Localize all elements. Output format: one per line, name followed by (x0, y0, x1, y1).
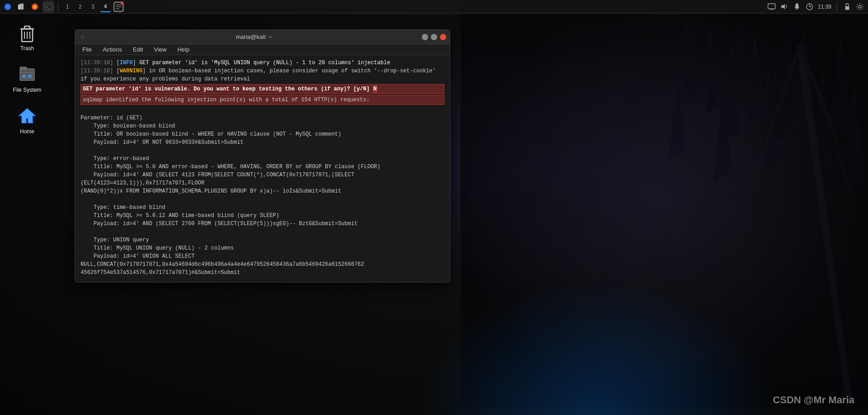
svg-point-22 (6, 5, 9, 8)
files-taskbar-icon[interactable] (15, 1, 27, 13)
terminal-title-4: Title: MySQL UNION query (NULL) - 2 colu… (81, 244, 444, 252)
menu-view[interactable]: View (152, 45, 168, 54)
svg-rect-38 (796, 8, 797, 9)
watermark: CSDN @Mr Maria (773, 394, 854, 406)
svg-rect-50 (20, 69, 34, 80)
taskbar-separator-1 (58, 2, 58, 11)
svg-rect-53 (22, 75, 26, 78)
taskbar-tab-2[interactable]: 2 (75, 1, 86, 12)
menu-file[interactable]: File (81, 45, 94, 54)
terminal-param-line: Parameter: id (GET) (81, 114, 444, 122)
terminal-title-1: Title: OR boolean-based blind – WHERE or… (81, 130, 444, 138)
terminal-titlebar: □ maria@kali: ~ (75, 30, 450, 44)
terminal-line-1: [11:39:10] [INFO] GET parameter 'id' is … (81, 59, 444, 67)
terminal-payload-1: Payload: id=4' OR NOT 9033=9033#&Submit=… (81, 138, 444, 146)
svg-point-43 (858, 5, 861, 8)
svg-rect-46 (24, 26, 30, 29)
trash-icon[interactable]: Trash (0, 18, 54, 55)
svg-rect-51 (20, 67, 27, 70)
terminal-payload-2a: Payload: id=4' AND (SELECT 4123 FROM(SEL… (81, 171, 444, 187)
svg-rect-42 (845, 6, 849, 9)
close-button[interactable] (440, 34, 446, 40)
svg-point-27 (34, 6, 36, 8)
svg-marker-37 (781, 4, 785, 9)
menu-help[interactable]: Help (176, 45, 191, 54)
taskbar-tab-3[interactable]: 3 (87, 1, 98, 12)
terminal-payload-3: Payload: id=4' AND (SELECT 2760 FROM (SE… (81, 220, 444, 228)
home-icon[interactable]: Home (0, 101, 54, 138)
terminal-line-2: [11:39:10] [WARNING] in OR boolean-based… (81, 67, 444, 83)
filesystem-icon[interactable]: File System (0, 60, 54, 97)
maximize-button[interactable] (431, 34, 437, 40)
terminal-taskbar-icon[interactable]: >_ (43, 1, 54, 13)
clock-icon[interactable] (805, 2, 814, 11)
terminal-vulnerable-line: GET parameter 'id' is vulnerable. Do you… (81, 84, 444, 94)
firefox-taskbar-icon[interactable] (29, 1, 41, 13)
terminal-expand-icon[interactable]: □ (79, 33, 86, 41)
svg-rect-34 (768, 4, 775, 9)
taskbar-right: 11:39 (767, 2, 868, 11)
system-menu-icon[interactable] (2, 1, 14, 13)
notification-dot (121, 2, 124, 5)
lock-icon[interactable] (843, 2, 852, 11)
minimize-button[interactable] (422, 34, 428, 40)
taskbar-tab-4[interactable]: 4 (100, 1, 111, 12)
terminal-type-1: Type: boolean-based blind (81, 122, 444, 130)
svg-rect-24 (20, 4, 24, 9)
home-label: Home (20, 128, 34, 135)
filesystem-icon-image (16, 63, 38, 85)
taskbar: >_ 1 2 3 4 (0, 0, 868, 14)
window-controls (422, 34, 446, 40)
taskbar-special-icon[interactable] (113, 1, 124, 13)
trash-label: Trash (20, 45, 34, 52)
terminal-title-2: Title: MySQL >= 5.0 AND error-based - WH… (81, 163, 444, 171)
terminal-payload-4a: Payload: id=4' UNION ALL SELECT NULL,CON… (81, 252, 444, 269)
taskbar-time: 11:39 (818, 4, 831, 10)
svg-text:>_: >_ (46, 5, 50, 9)
volume-icon[interactable] (780, 2, 789, 11)
taskbar-tab-1[interactable]: 1 (62, 1, 73, 12)
taskbar-separator-2 (837, 2, 837, 11)
svg-marker-55 (19, 108, 35, 123)
terminal-type-3: Type: time-based blind (81, 203, 444, 212)
menu-edit[interactable]: Edit (131, 45, 145, 54)
terminal-identified-line: sqlmap identified the following injectio… (81, 95, 444, 105)
terminal-menubar: File Actions Edit View Help (75, 44, 450, 55)
terminal-payload-4b: 45626f754e537a514576,0x71717a7071)#&Subm… (81, 269, 444, 277)
terminal-title: maria@kali: ~ (86, 33, 422, 40)
svg-rect-54 (28, 75, 32, 78)
settings-icon[interactable] (855, 2, 864, 11)
trash-icon-image (16, 22, 38, 43)
taskbar-left: >_ 1 2 3 4 (0, 1, 124, 13)
home-icon-image (16, 105, 38, 127)
terminal-window: □ maria@kali: ~ File Actions Edit View H… (75, 29, 450, 283)
terminal-payload-2b: (RAND(0)*2))x FROM INFORMATION_SCHEMA.PL… (81, 187, 444, 195)
display-icon[interactable] (767, 2, 776, 11)
desktop: Trash File System Home (0, 14, 54, 415)
menu-actions[interactable]: Actions (101, 45, 124, 54)
filesystem-label: File System (13, 87, 42, 93)
terminal-type-4: Type: UNION query (81, 236, 444, 244)
terminal-content[interactable]: [11:39:10] [INFO] GET parameter 'id' is … (75, 55, 450, 282)
notifications-icon[interactable] (792, 2, 801, 11)
terminal-type-2: Type: error-based (81, 155, 444, 163)
terminal-title-3: Title: MySQL >= 5.0.12 AND time-based bl… (81, 212, 444, 220)
